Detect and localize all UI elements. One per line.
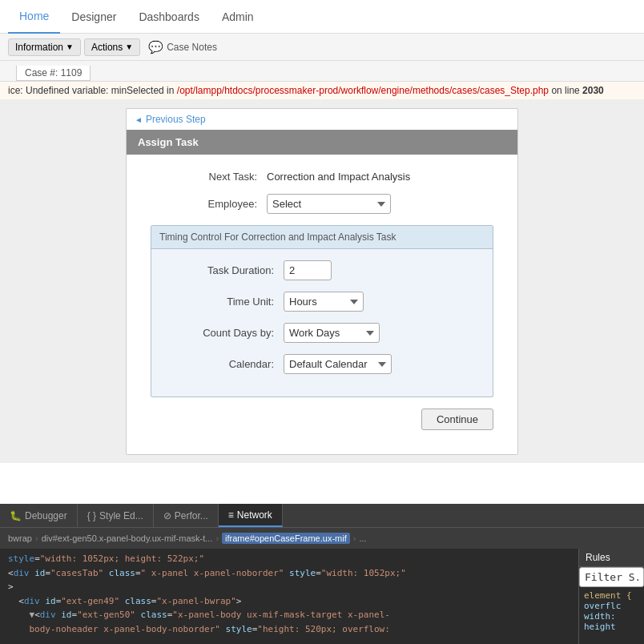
information-label: Information — [15, 42, 63, 53]
devtools-tab-debugger[interactable]: 🐛 Debugger — [0, 504, 78, 527]
panel-body: Next Task: Correction and Impact Analysi… — [127, 155, 517, 454]
main-content: Previous Step Assign Task Next Task: Cor… — [0, 100, 644, 463]
employee-label: Employee: — [151, 198, 267, 210]
error-message: ice: Undefined variable: minSelected in … — [0, 82, 644, 100]
dom-line-1: <div id="casesTab" class=" x-panel x-pan… — [8, 566, 570, 581]
continue-button[interactable]: Continue — [421, 409, 493, 430]
calendar-select[interactable]: Default Calendar — [284, 354, 392, 374]
task-duration-label: Task Duration: — [167, 264, 284, 276]
nav-admin[interactable]: Admin — [211, 1, 265, 33]
count-days-label: Count Days by: — [167, 327, 284, 339]
dom-line-4: ▼<div id="ext-gen50" class="x-panel-body… — [8, 608, 570, 622]
dom-line-2: > — [8, 580, 570, 594]
devtools-tabs: 🐛 Debugger { } Style Ed... ⊘ Perfor... ≡… — [0, 504, 644, 528]
time-unit-row: Time Unit: Hours — [167, 292, 477, 312]
actions-button[interactable]: Actions ▼ — [84, 38, 140, 56]
timing-section: Timing Control For Correction and Impact… — [151, 225, 493, 397]
timing-header: Timing Control For Correction and Impact… — [151, 226, 493, 249]
dom-line-5: body-noheader x-panel-body-noborder" sty… — [8, 622, 570, 637]
nav-designer[interactable]: Designer — [60, 1, 127, 33]
rules-content: element { overflc width: height — [579, 587, 644, 635]
rules-prop-overflow: overflc — [584, 601, 639, 611]
next-task-value: Correction and Impact Analysis — [267, 171, 410, 183]
devtools-tab-style[interactable]: { } Style Ed... — [78, 504, 154, 527]
devtools-dom: style="width: 1052px; height: 522px;" <d… — [0, 549, 578, 644]
devtools-tab-network[interactable]: ≡ Network — [219, 504, 283, 527]
case-notes-button[interactable]: 💬 Case Notes — [148, 40, 217, 54]
calendar-row: Calendar: Default Calendar — [167, 354, 477, 374]
rules-header: Rules — [579, 549, 644, 567]
rules-prop-width: width: — [584, 611, 639, 622]
next-task-label: Next Task: — [151, 171, 267, 183]
error-line: 2030 — [582, 85, 604, 96]
breadcrumb-sep-2: › — [215, 533, 219, 543]
devtools-content: style="width: 1052px; height: 522px;" <d… — [0, 549, 644, 644]
breadcrumb-sep-3: › — [353, 533, 356, 543]
panel-header: Assign Task — [127, 130, 517, 155]
breadcrumb-iframe[interactable]: iframe#openCaseFrame.ux-mif — [222, 533, 350, 544]
task-duration-input[interactable] — [284, 260, 332, 280]
perf-icon: ⊘ — [163, 510, 171, 521]
rules-filter-input[interactable] — [579, 567, 644, 587]
devtools-tab-perf[interactable]: ⊘ Perfor... — [154, 504, 219, 527]
case-notes-label: Case Notes — [167, 42, 217, 53]
breadcrumb-sep-1: › — [35, 533, 38, 543]
assign-task-panel: Previous Step Assign Task Next Task: Cor… — [126, 108, 518, 455]
count-days-row: Count Days by: Work Days — [167, 323, 477, 343]
case-badge-row: Case #: 1109 — [0, 61, 644, 82]
nav-dashboards[interactable]: Dashboards — [127, 1, 211, 33]
actions-dropdown-icon: ▼ — [125, 42, 133, 51]
dom-line-0: style="width: 1052px; height: 522px;" — [8, 552, 570, 566]
top-nav: Home Designer Dashboards Admin — [0, 0, 644, 34]
time-unit-select[interactable]: Hours — [284, 292, 364, 312]
devtools-panel: 🐛 Debugger { } Style Ed... ⊘ Perfor... ≡… — [0, 504, 644, 644]
information-button[interactable]: Information ▼ — [8, 38, 81, 56]
rules-prop-height: height — [584, 622, 639, 632]
dom-line-3: <div id="ext-gen49" class="x-panel-bwrap… — [8, 594, 570, 609]
debugger-tab-label: Debugger — [25, 510, 67, 521]
error-suffix: on line — [549, 85, 582, 96]
prev-step-link[interactable]: Previous Step — [127, 109, 517, 130]
information-dropdown-icon: ▼ — [66, 42, 74, 51]
calendar-label: Calendar: — [167, 358, 284, 370]
timing-body: Task Duration: Time Unit: Hours Count Da… — [151, 249, 493, 396]
next-task-row: Next Task: Correction and Impact Analysi… — [151, 171, 493, 183]
nav-home[interactable]: Home — [8, 0, 60, 34]
toolbar: Information ▼ Actions ▼ 💬 Case Notes — [0, 34, 644, 61]
breadcrumb-more[interactable]: ... — [359, 533, 366, 543]
task-duration-row: Task Duration: — [167, 260, 477, 280]
actions-label: Actions — [91, 42, 123, 53]
button-row: Continue — [151, 409, 493, 430]
breadcrumb-bwrap[interactable]: bwrap — [8, 533, 32, 543]
breadcrumb-div-ext[interactable]: div#ext-gen50.x-panel-body.ux-mif-mask-t… — [42, 533, 213, 543]
error-file: /opt/lampp/htdocs/processmaker-prod/work… — [177, 85, 549, 96]
count-days-select[interactable]: Work Days — [284, 323, 380, 343]
employee-select[interactable]: Select — [267, 194, 391, 214]
chat-icon: 💬 — [148, 40, 163, 54]
perf-tab-label: Perfor... — [175, 510, 208, 521]
style-tab-label: Style Ed... — [99, 510, 143, 521]
employee-row: Employee: Select — [151, 194, 493, 214]
devtools-rules: Rules element { overflc width: height — [578, 549, 644, 644]
style-icon: { } — [87, 510, 96, 521]
devtools-breadcrumb: bwrap › div#ext-gen50.x-panel-body.ux-mi… — [0, 528, 644, 549]
bug-icon: 🐛 — [10, 510, 22, 521]
network-tab-label: Network — [237, 509, 272, 521]
time-unit-label: Time Unit: — [167, 296, 284, 308]
network-icon: ≡ — [228, 509, 234, 521]
case-badge: Case #: 1109 — [16, 66, 91, 81]
rules-selector: element { — [584, 590, 639, 601]
error-text: ice: Undefined variable: minSelected in — [8, 85, 177, 96]
